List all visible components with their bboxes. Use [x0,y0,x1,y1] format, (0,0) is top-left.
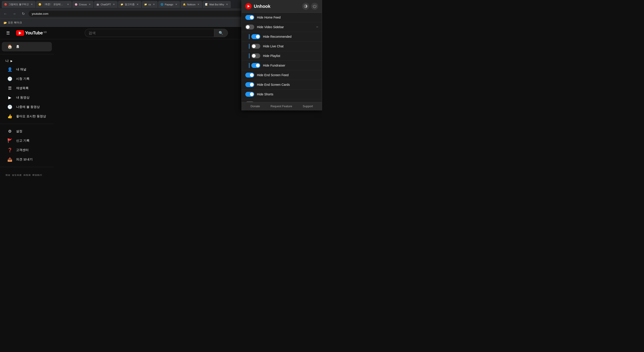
unhook-item-end-screen-feed[interactable]: Hide End Screen Feed [242,70,322,80]
donate-link[interactable]: Donate [251,105,260,108]
tab-close-t6[interactable]: ✕ [152,3,156,6]
back-button[interactable]: ← [2,10,9,17]
chevron-icon: ▶ [10,59,12,63]
browser-tab-t1[interactable]: 🔴 그림에도 불구하고 ✕ [2,1,36,8]
unhook-item-end-screen-cards[interactable]: Hide End Screen Cards [242,80,322,90]
footer-link-contact[interactable]: 문의하기 [32,174,42,176]
toggle-end-screen-cards[interactable] [245,82,254,87]
tab-favicon-t7: 🌐 [160,3,164,6]
tab-close-t1[interactable]: ✕ [30,3,33,6]
item-label-end-screen-cards: Hide End Screen Cards [257,83,318,86]
tab-close-t4[interactable]: ✕ [112,3,116,6]
tab-close-t3[interactable]: ✕ [88,3,91,6]
tab-close-t8[interactable]: ✕ [197,3,200,6]
tab-favicon-t1: 🔴 [4,3,7,6]
bookmark-all-folders[interactable]: 📂 모든 북마크 [2,20,24,25]
toggle-fundraiser[interactable] [251,63,260,68]
toggle-video-sidebar[interactable] [245,24,254,29]
tab-label-t5: 알고리즘 [125,3,134,6]
sidebar-item-playlist[interactable]: ☰ 재생목록 [2,84,52,93]
tab-close-t9[interactable]: ✕ [226,3,228,6]
my-section-label: 나 [5,59,9,63]
sidebar-label-playlist: 재생목록 [16,86,28,90]
sidebar-item-feedback[interactable]: 📤 의견 보내기 [2,155,52,164]
browser-tab-t9[interactable]: 📝 Wait But Why ✕ [202,1,231,8]
toggle-recommended[interactable] [251,34,260,39]
sidebar-item-help[interactable]: ❓ 고객센터 [2,145,52,155]
browser-tab-t8[interactable]: 🔔 Noticon ✕ [180,1,202,8]
search-bar: 🔍 [85,29,228,37]
sidebar-footer: 정보 보도자료 저작권 문의하기 크리에이터 광고 개발자 약관 개인정보처리방… [0,170,54,176]
bookmark-all-folders-label: 모든 북마크 [8,21,22,24]
youtube-logo-text: YouTube [25,30,43,35]
sidebar-item-home[interactable]: 🏠 홈 [2,42,52,51]
folder-icon: 📂 [4,21,7,24]
sidebar-label-watch-history: 시청 기록 [16,77,30,81]
support-link[interactable]: Support [303,105,313,108]
unhook-item-home-feed[interactable]: Hide Home Feed [242,13,322,22]
unhook-item-recommended[interactable]: Hide Recommended [242,32,322,41]
sidebar-item-my-channel[interactable]: 👤 내 채널 [2,65,52,74]
browser-tab-t6[interactable]: 📁 cs ✕ [142,1,158,8]
sidebar-divider-2 [0,124,54,124]
play-icon [19,31,22,35]
tab-favicon-t6: 📁 [144,3,147,6]
playlist-icon: ☰ [7,86,12,91]
item-label-home-feed: Hide Home Feed [257,16,318,19]
unhook-item-playlist[interactable]: Hide Playlist [242,51,322,61]
browser-tab-t5[interactable]: 📁 알고리즘 ✕ [118,1,141,8]
theme-toggle-icon[interactable] [302,3,309,10]
sidebar-item-watch-history[interactable]: 🕐 시청 기록 [2,74,52,84]
search-input[interactable] [85,29,214,37]
footer-link-copyright[interactable]: 저작권 [23,174,31,176]
tab-close-t5[interactable]: ✕ [136,3,139,6]
item-label-recommended: Hide Recommended [263,35,318,38]
youtube-logo-icon [16,30,24,36]
toggle-playlist[interactable] [251,53,260,58]
browser-tab-t4[interactable]: 🤖 ChatGPT ✕ [94,1,118,8]
tab-label-t9: Wait But Why [209,3,224,6]
item-label-video-sidebar: Hide Video Sidebar [257,25,314,29]
unhook-item-live-chat[interactable]: Hide Live Chat [242,41,322,51]
sidebar-item-liked[interactable]: 👍 좋아요 표시한 동영상 [2,112,52,121]
tab-close-t2[interactable]: ✕ [66,3,70,6]
unhook-logo-icon [245,3,252,9]
browser-tab-t2[interactable]: 🟡 〈취준〉 코딩테스트 준... ✕ [36,1,72,8]
unhook-header: Unhook [242,0,322,13]
menu-button[interactable]: ☰ [4,29,12,37]
toggle-shorts[interactable] [245,92,254,97]
sidebar-item-report[interactable]: 🚩 신고 기록 [2,136,52,145]
sidebar-my-section[interactable]: 나 ▶ [0,57,54,65]
extra-btn-comments[interactable]: + [316,102,318,102]
power-icon[interactable] [311,3,318,10]
youtube-logo[interactable]: YouTube KR [16,30,47,36]
sidebar-item-settings[interactable]: ⚙ 설정 [2,127,52,136]
tab-label-t6: cs [148,3,151,6]
reload-button[interactable]: ↻ [20,10,27,17]
tab-close-t7[interactable]: ✕ [175,3,178,6]
forward-button[interactable]: → [11,10,18,17]
unhook-item-fundraiser[interactable]: Hide Fundraiser [242,61,322,70]
my-channel-icon: 👤 [7,67,12,72]
search-button[interactable]: 🔍 [214,29,228,37]
footer-link-info[interactable]: 정보 [5,174,10,176]
footer-link-press[interactable]: 보도자료 [12,174,22,176]
browser-tab-t3[interactable]: 🌸 Crocus ✕ [72,1,94,8]
extra-btn-video-sidebar[interactable]: − [316,25,318,29]
browser-tab-t7[interactable]: 🌐 Papago ✕ [158,1,180,8]
sidebar-item-my-videos[interactable]: ▶ 내 동영상 [2,93,52,102]
toggle-live-chat[interactable] [251,44,260,49]
sub-bar-indicator [249,53,250,58]
toggle-comments[interactable] [245,101,254,102]
sidebar-label-my-channel: 내 채널 [16,67,26,71]
item-label-fundraiser: Hide Fundraiser [263,64,318,67]
unhook-item-shorts[interactable]: Hide Shorts [242,90,322,99]
unhook-item-video-sidebar[interactable]: Hide Video Sidebar − [242,22,322,32]
toggle-end-screen-feed[interactable] [245,73,254,77]
toggle-home-feed[interactable] [245,15,254,20]
unhook-item-comments[interactable]: Hide Comments + [242,99,322,102]
tab-favicon-t4: 🤖 [96,3,99,6]
sidebar-item-watch-later[interactable]: 🕐 나중에 볼 동영상 [2,102,52,112]
tab-favicon-t8: 🔔 [183,3,186,6]
request-feature-link[interactable]: Request Feature [270,105,292,108]
